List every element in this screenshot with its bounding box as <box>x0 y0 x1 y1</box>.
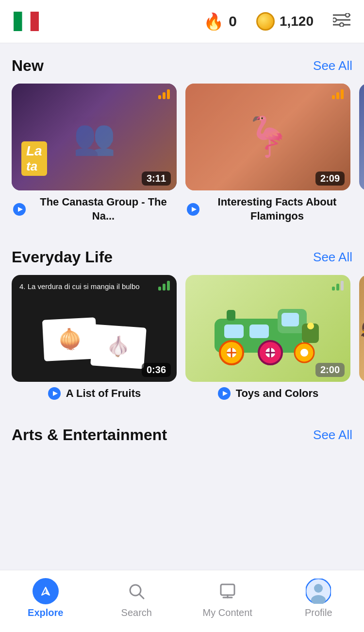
streak-display: 🔥 0 <box>203 12 237 31</box>
canasta-signal <box>158 89 170 99</box>
section-new-see-all[interactable]: See All <box>313 58 352 73</box>
toys-duration: 2:00 <box>315 363 345 377</box>
main-content: New See All La ta 👥 <box>0 43 364 530</box>
nav-search[interactable]: Search <box>91 578 182 618</box>
svg-point-10 <box>346 13 349 17</box>
svg-point-23 <box>307 323 314 329</box>
section-everyday-see-all[interactable]: See All <box>313 250 352 265</box>
section-arts-see-all[interactable]: See All <box>313 427 352 443</box>
coins-display: 1,120 <box>256 12 314 31</box>
section-arts-header: Arts & Entertainment See All <box>12 426 352 444</box>
nav-profile[interactable]: Profile <box>273 578 364 618</box>
svg-rect-24 <box>224 325 244 338</box>
svg-rect-43 <box>221 584 234 595</box>
nav-explore[interactable]: Explore <box>0 578 91 618</box>
svg-point-9 <box>333 18 336 22</box>
section-everyday-header: Everyday Life See All <box>12 248 352 266</box>
profile-label: Profile <box>305 607 332 618</box>
svg-rect-5 <box>36 12 39 31</box>
streak-count: 0 <box>229 13 237 30</box>
section-everyday: Everyday Life See All 4. La verdura di c… <box>0 235 364 412</box>
fruits-duration: 0:36 <box>142 363 171 377</box>
flamingos-thumbnail: 🦩 2:09 <box>185 84 350 190</box>
search-label: Search <box>121 607 152 618</box>
svg-rect-4 <box>14 12 17 31</box>
chalkboard-label: 4. La verdura di cui si mangia il bulbo <box>19 282 140 291</box>
card-toys[interactable]: 2:00 Toys and Colors <box>185 275 350 401</box>
svg-rect-20 <box>281 313 299 326</box>
fruits-thumbnail: 4. La verdura di cui si mangia il bulbo … <box>12 275 177 382</box>
card-canasta[interactable]: La ta 👥 3:11 <box>12 84 177 223</box>
search-icon <box>123 578 149 604</box>
toys-thumbnail: 2:00 <box>185 275 350 382</box>
card-partial-everyday: 👧 <box>359 275 364 401</box>
flamingos-play-icon <box>186 203 200 216</box>
app-header: 🔥 0 1,120 <box>0 0 364 43</box>
section-arts: Arts & Entertainment See All <box>0 412 364 530</box>
flamingos-title-row: Interesting Facts About Flamingos <box>185 195 350 223</box>
fruits-play-icon <box>48 387 61 400</box>
coin-icon <box>256 12 275 31</box>
language-flag[interactable] <box>14 9 39 34</box>
flamingos-signal <box>332 89 344 99</box>
section-new-header: New See All <box>12 57 352 75</box>
fruits-title-row: A List of Fruits <box>47 387 142 401</box>
section-everyday-title: Everyday Life <box>12 248 113 266</box>
settings-icon[interactable] <box>333 13 350 30</box>
toys-play-icon <box>217 387 231 400</box>
coins-count: 1,120 <box>280 14 314 29</box>
svg-line-42 <box>139 594 144 598</box>
canasta-play-icon <box>13 203 26 216</box>
toys-title: Toys and Colors <box>236 387 319 401</box>
card-partial-new <box>359 84 364 223</box>
svg-point-31 <box>300 349 308 357</box>
canasta-title: The Canasta Group - The Na... <box>31 195 176 223</box>
toys-title-row: Toys and Colors <box>216 387 320 401</box>
section-new-title: New <box>12 57 44 75</box>
bottom-navigation: Explore Search My Content <box>0 570 364 632</box>
my-content-label: My Content <box>203 607 252 618</box>
my-content-icon <box>215 578 241 604</box>
flamingos-duration: 2:09 <box>315 171 345 186</box>
nav-my-content[interactable]: My Content <box>182 578 273 618</box>
canasta-title-row: The Canasta Group - The Na... <box>12 195 177 223</box>
flame-icon: 🔥 <box>203 12 224 31</box>
everyday-cards-row: 4. La verdura di cui si mangia il bulbo … <box>12 275 352 408</box>
fruits-title: A List of Fruits <box>66 387 141 401</box>
card-fruits[interactable]: 4. La verdura di cui si mangia il bulbo … <box>12 275 177 401</box>
explore-icon <box>33 578 59 604</box>
explore-label: Explore <box>28 607 63 618</box>
svg-rect-25 <box>249 325 269 338</box>
canasta-duration: 3:11 <box>142 171 171 186</box>
profile-icon <box>305 578 331 604</box>
svg-point-48 <box>314 584 323 593</box>
section-arts-title: Arts & Entertainment <box>12 426 167 444</box>
fruits-signal <box>158 281 170 290</box>
svg-rect-22 <box>227 310 235 321</box>
canasta-thumbnail: La ta 👥 3:11 <box>12 84 177 190</box>
flamingos-title: Interesting Facts About Flamingos <box>205 195 349 223</box>
section-new: New See All La ta 👥 <box>0 43 364 235</box>
card-flamingos[interactable]: 🦩 2:09 Interesting Facts Abo <box>185 84 350 223</box>
toys-signal <box>332 281 344 290</box>
chalkboard-photos: 🧅 🧄 <box>12 319 177 367</box>
svg-point-11 <box>340 23 344 27</box>
new-cards-row: La ta 👥 3:11 <box>12 84 352 230</box>
